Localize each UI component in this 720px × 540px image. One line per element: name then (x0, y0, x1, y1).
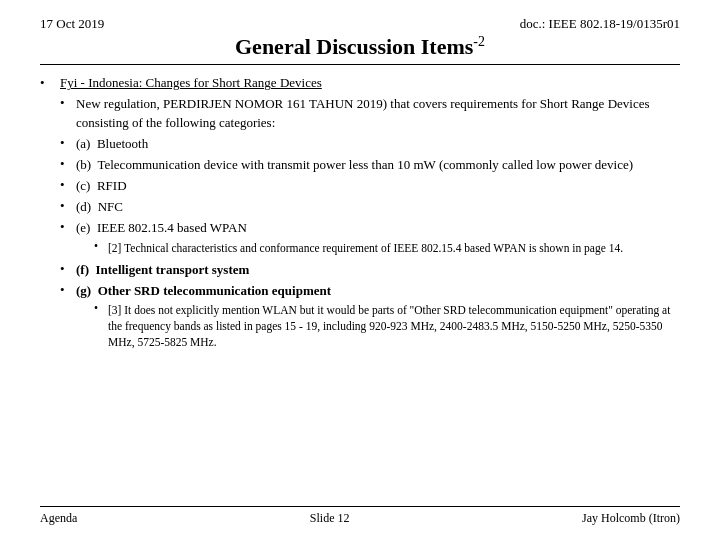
sub-bullet-dot: • (60, 261, 76, 277)
header: 17 Oct 2019 doc.: IEEE 802.18-19/0135r01 (40, 16, 680, 32)
sub-bullet-dot: • (60, 156, 76, 172)
sub-bullets: • New regulation, PERDIRJEN NOMOR 161 TA… (60, 95, 680, 352)
footer-right: Jay Holcomb (Itron) (582, 511, 680, 526)
sub-bullet-dot: • (60, 135, 76, 151)
sub-bullet-text: (b) Telecommunication device with transm… (76, 156, 633, 174)
list-item: • (g) Other SRD telecommunication equipm… (60, 282, 680, 352)
page: 17 Oct 2019 doc.: IEEE 802.18-19/0135r01… (0, 0, 720, 540)
sub-bullet-text: (g) Other SRD telecommunication equipmen… (76, 283, 331, 298)
sub-bullet-text: (d) NFC (76, 198, 123, 216)
list-item: • [3] It does not explicitly mention WLA… (94, 302, 680, 350)
list-item: • (a) Bluetooth (60, 135, 680, 153)
list-item: • [2] Technical characteristics and conf… (94, 240, 623, 256)
sub-bullet-dot: • (60, 282, 76, 298)
title-row: General Discussion Items-2 (40, 34, 680, 65)
sub-bullet-text: (c) RFID (76, 177, 127, 195)
sub-sub-bullet-text: [3] It does not explicitly mention WLAN … (108, 302, 680, 350)
fyi-header: Fyi - Indonesia: Changes for Short Range… (60, 75, 322, 91)
sub-bullet-content: (e) IEEE 802.15.4 based WPAN • [2] Techn… (76, 219, 623, 257)
sub-bullet-content: (g) Other SRD telecommunication equipmen… (76, 282, 680, 352)
list-item: • New regulation, PERDIRJEN NOMOR 161 TA… (60, 95, 680, 131)
list-item: • (b) Telecommunication device with tran… (60, 156, 680, 174)
header-date: 17 Oct 2019 (40, 16, 104, 32)
top-bullet-dot: • (40, 75, 60, 91)
content: • Fyi - Indonesia: Changes for Short Ran… (40, 71, 680, 502)
sub-sub-bullet-dot: • (94, 302, 108, 314)
sub-bullet-dot: • (60, 219, 76, 235)
page-title: General Discussion Items-2 (235, 34, 485, 59)
list-item: • (f) Intelligent transport system (60, 261, 680, 279)
sub-sub-bullet-text: [2] Technical characteristics and confor… (108, 240, 623, 256)
sub-sub-bullets: • [2] Technical characteristics and conf… (94, 240, 623, 256)
footer-center: Slide 12 (310, 511, 350, 526)
sub-bullet-dot: • (60, 177, 76, 193)
header-doc: doc.: IEEE 802.18-19/0135r01 (520, 16, 680, 32)
sub-bullet-dot: • (60, 198, 76, 214)
sub-bullet-text: (e) IEEE 802.15.4 based WPAN (76, 220, 247, 235)
sub-bullet-dot: • (60, 95, 76, 111)
list-item: • (c) RFID (60, 177, 680, 195)
list-item: • (e) IEEE 802.15.4 based WPAN • [2] Tec… (60, 219, 680, 257)
top-bullet: • Fyi - Indonesia: Changes for Short Ran… (40, 75, 680, 91)
footer: Agenda Slide 12 Jay Holcomb (Itron) (40, 506, 680, 526)
sub-bullet-text: (f) Intelligent transport system (76, 261, 249, 279)
sub-sub-bullet-dot: • (94, 240, 108, 252)
sub-sub-bullets: • [3] It does not explicitly mention WLA… (94, 302, 680, 350)
list-item: • (d) NFC (60, 198, 680, 216)
footer-left: Agenda (40, 511, 77, 526)
sub-bullet-text: New regulation, PERDIRJEN NOMOR 161 TAHU… (76, 95, 680, 131)
sub-bullet-text: (a) Bluetooth (76, 135, 148, 153)
